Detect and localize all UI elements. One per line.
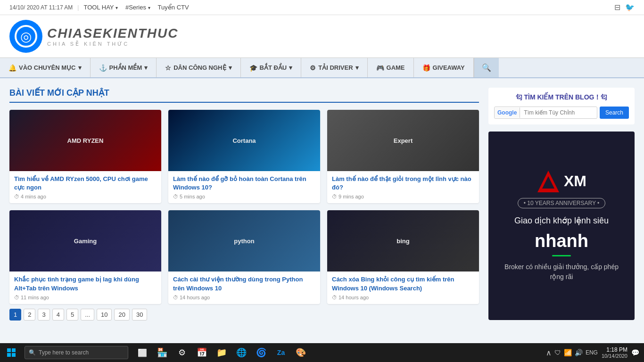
nav-phan-mem[interactable]: ⚓ PHẦN MỀM ▾ bbox=[91, 58, 157, 77]
star-icon: ☆ bbox=[165, 64, 171, 72]
shield-tray-icon[interactable]: 🛡 bbox=[554, 349, 561, 356]
page-btn-10[interactable]: 10 bbox=[97, 309, 112, 321]
gift-icon: 🎁 bbox=[422, 64, 430, 72]
bell-icon: 🔔 bbox=[8, 64, 17, 72]
page-btn-20[interactable]: 20 bbox=[114, 309, 129, 321]
logo-sub-text: CHIA SẼ KIÊN THỨC bbox=[47, 41, 178, 47]
svg-rect-3 bbox=[12, 348, 16, 352]
search-title: 匂 TÌM KIẾM TRÊN BLOG！匂 bbox=[494, 93, 629, 102]
taskbar-zalo[interactable]: Za bbox=[272, 343, 290, 362]
articles-grid: AMD RYZEN Tìm hiểu về AMD RYzen 5000, CP… bbox=[9, 110, 479, 304]
pagination: 12345...102030 bbox=[9, 309, 479, 321]
search-input[interactable] bbox=[520, 107, 597, 118]
article-title-5: Cách xóa Bing khỏi công cụ tìm kiếm trên… bbox=[332, 275, 474, 292]
article-body-2: Làm thế nào để thật giỏi trong một lĩnh … bbox=[327, 171, 479, 203]
taskbar-app9[interactable]: 🎨 bbox=[291, 343, 310, 362]
gear-icon: ⚙ bbox=[310, 64, 316, 72]
page-btn-2[interactable]: 2 bbox=[24, 309, 35, 321]
taskbar-edge[interactable]: 🌐 bbox=[232, 343, 251, 362]
article-meta-4: 14 hours ago bbox=[173, 295, 315, 300]
toolhay-dropdown-arrow: ▾ bbox=[116, 5, 118, 10]
article-image-5: bing bbox=[327, 210, 479, 272]
anchor-icon: ⚓ bbox=[99, 64, 107, 72]
social-icons: ⊟ 🐦 bbox=[614, 3, 635, 12]
taskbar-task-view[interactable]: ⬜ bbox=[133, 343, 152, 362]
twitter-icon[interactable]: 🐦 bbox=[625, 3, 635, 12]
search-button[interactable]: Search bbox=[600, 107, 629, 119]
taskbar-search-icon: 🔍 bbox=[29, 349, 36, 356]
rss-icon[interactable]: ⊟ bbox=[614, 3, 620, 12]
taskbar-right: ∧ 🛡 📶 🔊 ENG 1:18 PM 10/14/2020 💬 bbox=[546, 346, 644, 359]
ad-highlight-text: nhanh bbox=[535, 231, 588, 251]
taskbar-settings[interactable]: ⚙ bbox=[173, 343, 191, 362]
article-body-0: Tìm hiểu về AMD RYzen 5000, CPU chơi gam… bbox=[9, 171, 161, 203]
taskbar-browser2[interactable]: 🌀 bbox=[252, 343, 271, 362]
ad-brand-text: XM bbox=[564, 173, 586, 190]
logo-area[interactable]: CHIASEKIENTHUC CHIA SẼ KIÊN THỨC bbox=[9, 20, 178, 53]
ad-logo-area: XM bbox=[537, 170, 586, 193]
top-nav-toolhay[interactable]: TOOL HAY ▾ bbox=[83, 4, 117, 11]
nav-bar: 🔔 VÀO CHUYÊN MỤC ▾ ⚓ PHẦN MỀM ▾ ☆ DÂN CÔ… bbox=[0, 58, 644, 78]
bat-dau-arrow: ▾ bbox=[289, 64, 292, 71]
taskbar-calendar[interactable]: 📅 bbox=[192, 343, 211, 362]
phan-mem-arrow: ▾ bbox=[144, 64, 148, 71]
article-title-0: Tìm hiểu về AMD RYzen 5000, CPU chơi gam… bbox=[14, 175, 157, 192]
article-meta-3: 11 mins ago bbox=[14, 295, 157, 300]
article-card-2[interactable]: Expert Làm thế nào để thật giỏi trong mộ… bbox=[327, 110, 479, 203]
page-btn-4[interactable]: 4 bbox=[52, 309, 64, 321]
svg-rect-4 bbox=[7, 353, 11, 357]
article-image-0: AMD RYZEN bbox=[9, 110, 161, 171]
article-card-0[interactable]: AMD RYZEN Tìm hiểu về AMD RYzen 5000, CP… bbox=[9, 110, 161, 203]
header: CHIASEKIENTHUC CHIA SẼ KIÊN THỨC bbox=[0, 15, 644, 58]
xm-logo-icon bbox=[537, 170, 560, 193]
nav-dan-cong-nghe[interactable]: ☆ DÂN CÔNG NGHỆ ▾ bbox=[157, 58, 240, 77]
svg-rect-2 bbox=[7, 348, 11, 352]
taskbar-files[interactable]: 📁 bbox=[212, 343, 231, 362]
nav-game[interactable]: 🎮 GAME bbox=[368, 58, 414, 77]
page-btn-5[interactable]: 5 bbox=[66, 309, 78, 321]
vao-chuyen-muc-arrow: ▾ bbox=[78, 64, 82, 71]
nav-giveaway[interactable]: 🎁 GIVEAWAY bbox=[414, 58, 474, 77]
page-btn-...[interactable]: ... bbox=[81, 309, 94, 321]
nav-vao-chuyen-muc[interactable]: 🔔 VÀO CHUYÊN MỤC ▾ bbox=[0, 58, 91, 77]
system-tray-icons: ∧ 🛡 📶 🔊 ENG bbox=[546, 348, 598, 357]
article-image-1: Cortana bbox=[168, 110, 320, 171]
article-meta-0: 4 mins ago bbox=[14, 194, 157, 199]
search-input-wrapper: Google bbox=[494, 107, 597, 119]
page-btn-30[interactable]: 30 bbox=[132, 309, 147, 321]
tray-arrow-icon[interactable]: ∧ bbox=[546, 348, 552, 357]
network-icon[interactable]: 📶 bbox=[564, 349, 572, 356]
ad-sub-text: Broker có nhiều giải thưởng, cấp phép rộ… bbox=[498, 262, 625, 282]
ad-anniversary-text: • 10 YEARS ANNIVERSARY • bbox=[518, 198, 605, 208]
article-image-2: Expert bbox=[327, 110, 479, 171]
article-body-1: Làm thế nào để gỡ bỏ hoàn toàn Cortana t… bbox=[168, 171, 320, 203]
nav-bat-dau[interactable]: 🎓 BẮT ĐẦU ▾ bbox=[241, 58, 302, 77]
article-meta-5: 14 hours ago bbox=[332, 295, 474, 300]
article-meta-1: 5 mins ago bbox=[173, 194, 315, 199]
taskbar-search[interactable]: 🔍 Type here to search bbox=[25, 346, 128, 359]
search-section: 匂 TÌM KIẾM TRÊN BLOG！匂 Google Search bbox=[488, 88, 635, 124]
page-btn-1[interactable]: 1 bbox=[9, 309, 21, 321]
google-label: Google bbox=[495, 107, 520, 118]
nav-tai-driver[interactable]: ⚙ TẢI DRIVER ▾ bbox=[301, 58, 367, 77]
ad-main-text: Giao dịch khớp lệnh siêu bbox=[514, 214, 609, 228]
article-title-1: Làm thế nào để gỡ bỏ hoàn toàn Cortana t… bbox=[173, 175, 315, 192]
article-title-3: Khắc phục tình trạng game bị lag khi dùn… bbox=[14, 275, 157, 292]
volume-icon[interactable]: 🔊 bbox=[575, 349, 583, 356]
page-btn-3[interactable]: 3 bbox=[38, 309, 50, 321]
article-card-5[interactable]: bing Cách xóa Bing khỏi công cụ tìm kiếm… bbox=[327, 210, 479, 304]
top-nav-tuyen-ctv[interactable]: Tuyển CTV bbox=[158, 4, 189, 11]
taskbar-store[interactable]: 🏪 bbox=[153, 343, 172, 362]
clock-date: 10/14/2020 bbox=[602, 353, 627, 359]
article-card-4[interactable]: python Cách cài thư viện thường dùng tro… bbox=[168, 210, 320, 304]
start-button[interactable] bbox=[0, 343, 23, 362]
article-card-1[interactable]: Cortana Làm thế nào để gỡ bỏ hoàn toàn C… bbox=[168, 110, 320, 203]
clock[interactable]: 1:18 PM 10/14/2020 bbox=[602, 346, 627, 359]
notification-icon[interactable]: 💬 bbox=[631, 349, 639, 356]
taskbar-apps: ⬜ 🏪 ⚙ 📅 📁 🌐 🌀 Za 🎨 bbox=[133, 343, 310, 362]
graduation-icon: 🎓 bbox=[249, 64, 257, 72]
top-bar: 14/10/ 2020 AT 11:17 AM | TOOL HAY ▾ #Se… bbox=[0, 0, 644, 15]
top-nav-series[interactable]: #Series ▾ bbox=[125, 4, 150, 11]
article-card-3[interactable]: Gaming Khắc phục tình trạng game bị lag … bbox=[9, 210, 161, 304]
nav-search-button[interactable]: 🔍 bbox=[474, 58, 499, 77]
